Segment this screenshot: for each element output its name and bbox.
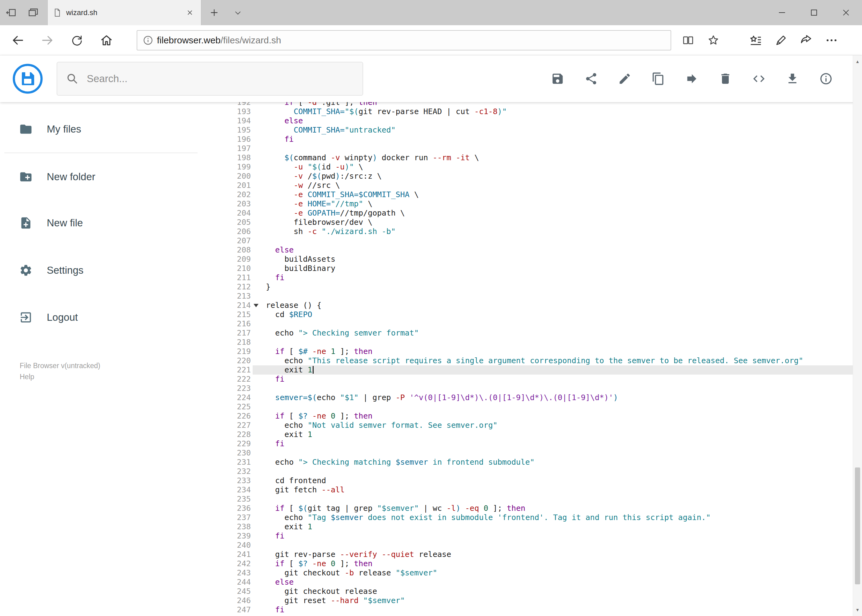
rename-button[interactable] <box>618 72 632 86</box>
code-line-224[interactable]: 224 semver=$(echo "$1" | grep -P '^v(0|[… <box>225 393 853 402</box>
code-line-208[interactable]: 208 else <box>225 245 853 255</box>
code-line-229[interactable]: 229 fi <box>225 439 853 448</box>
code-line-232[interactable]: 232 <box>225 467 853 476</box>
code-line-206[interactable]: 206 sh -c "./wizard.sh -b" <box>225 227 853 236</box>
code-line-230[interactable]: 230 <box>225 448 853 457</box>
tab-close-button[interactable] <box>184 6 196 19</box>
code-line-218[interactable]: 218 <box>225 338 853 347</box>
tabs-you-set-aside-button[interactable] <box>22 0 44 25</box>
code-line-text: -e COMMIT_SHA=$COMMIT_SHA \ <box>253 190 853 199</box>
new-tab-button[interactable] <box>201 0 227 25</box>
sidebar-item-settings[interactable]: Settings <box>0 255 225 286</box>
code-line-237[interactable]: 237 echo "Tag $semver does not exist in … <box>225 513 853 522</box>
code-line-214[interactable]: 214release () { <box>225 301 853 310</box>
code-line-242[interactable]: 242 if [ $? -ne 0 ]; then <box>225 559 853 568</box>
code-line-244[interactable]: 244 else <box>225 578 853 587</box>
back-button[interactable] <box>3 25 33 55</box>
code-line-196[interactable]: 196 fi <box>225 135 853 144</box>
code-line-195[interactable]: 195 COMMIT_SHA="untracked" <box>225 126 853 135</box>
scrollbar-thumb[interactable] <box>855 467 860 584</box>
sidebar-item-new-file[interactable]: New file <box>0 207 225 238</box>
more-options-button[interactable] <box>819 25 844 55</box>
code-line-210[interactable]: 210 buildBinary <box>225 264 853 273</box>
code-line-216[interactable]: 216 <box>225 319 853 328</box>
code-line-220[interactable]: 220 echo "This release script requires a… <box>225 356 853 365</box>
code-line-234[interactable]: 234 git fetch --all <box>225 485 853 495</box>
code-line-226[interactable]: 226 if [ $? -ne 0 ]; then <box>225 412 853 421</box>
save-button[interactable] <box>550 72 565 86</box>
sidebar-item-my-files[interactable]: My files <box>0 114 225 145</box>
tab-preview-chevron-button[interactable] <box>227 0 249 25</box>
hub-button[interactable] <box>743 25 769 55</box>
site-info-button[interactable] <box>139 31 157 50</box>
code-line-235[interactable]: 235 <box>225 495 853 504</box>
code-line-225[interactable]: 225 <box>225 402 853 412</box>
code-line-212[interactable]: 212} <box>225 282 853 292</box>
code-line-231[interactable]: 231 echo "> Checking matching $semver in… <box>225 457 853 467</box>
code-line-240[interactable]: 240 <box>225 541 853 550</box>
code-line-246[interactable]: 246 git reset --hard "$semver" <box>225 596 853 605</box>
move-button[interactable] <box>685 72 699 86</box>
reading-view-button[interactable] <box>676 25 701 55</box>
delete-button[interactable] <box>718 72 733 86</box>
code-line-219[interactable]: 219 if [ $# -ne 1 ]; then <box>225 347 853 356</box>
copy-button[interactable] <box>651 72 665 86</box>
code-line-213[interactable]: 213 <box>225 292 853 301</box>
code-line-209[interactable]: 209 buildAssets <box>225 255 853 264</box>
code-line-203[interactable]: 203 -e HOME="//tmp" \ <box>225 199 853 209</box>
share-button[interactable] <box>584 72 598 86</box>
fold-arrow-icon[interactable] <box>254 304 258 307</box>
code-line-194[interactable]: 194 else <box>225 116 853 126</box>
sidebar-item-logout[interactable]: Logout <box>0 302 225 333</box>
code-line-200[interactable]: 200 -v /$(pwd):/src:z \ <box>225 171 853 181</box>
code-line-205[interactable]: 205 filebrowser/dev \ <box>225 218 853 227</box>
code-line-192[interactable]: 192 if [ -d .git ]; then <box>225 102 853 107</box>
code-line-238[interactable]: 238 exit 1 <box>225 522 853 531</box>
code-line-211[interactable]: 211 fi <box>225 273 853 282</box>
scroll-down-arrow-icon[interactable]: ▼ <box>853 604 862 616</box>
code-line-241[interactable]: 241 git rev-parse --verify --quiet relea… <box>225 550 853 559</box>
info-button[interactable] <box>819 72 833 86</box>
share-button[interactable] <box>794 25 819 55</box>
code-line-239[interactable]: 239 fi <box>225 531 853 541</box>
set-tabs-aside-button[interactable] <box>0 0 22 25</box>
search-input[interactable] <box>86 72 362 85</box>
forward-button[interactable] <box>33 25 62 55</box>
address-bar[interactable]: filebrowser.web/files/wizard.sh <box>137 30 671 50</box>
code-line-199[interactable]: 199 -u "$(id -u)" \ <box>225 162 853 171</box>
code-line-215[interactable]: 215 cd $REPO <box>225 310 853 319</box>
code-line-227[interactable]: 227 echo "Not valid semver format. See s… <box>225 421 853 430</box>
download-button[interactable] <box>785 72 799 86</box>
code-line-204[interactable]: 204 -e GOPATH=//tmp/gopath \ <box>225 209 853 218</box>
code-line-236[interactable]: 236 if [ $(git tag | grep "$semver" | wc… <box>225 504 853 513</box>
home-button[interactable] <box>92 25 121 55</box>
code-line-245[interactable]: 245 git checkout release <box>225 587 853 596</box>
page-scrollbar[interactable]: ▲ ▼ <box>853 55 862 616</box>
browser-tab[interactable]: wizard.sh <box>47 0 201 25</box>
sidebar-item-new-folder[interactable]: New folder <box>0 162 225 192</box>
refresh-button[interactable] <box>62 25 92 55</box>
code-line-207[interactable]: 207 <box>225 236 853 245</box>
code-line-233[interactable]: 233 cd frontend <box>225 476 853 485</box>
code-line-198[interactable]: 198 $(command -v winpty) docker run --rm… <box>225 153 853 162</box>
minimize-button[interactable] <box>766 0 798 25</box>
code-line-202[interactable]: 202 -e COMMIT_SHA=$COMMIT_SHA \ <box>225 190 853 199</box>
code-line-201[interactable]: 201 -w //src \ <box>225 181 853 190</box>
scroll-up-arrow-icon[interactable]: ▲ <box>853 55 862 68</box>
code-line-223[interactable]: 223 <box>225 384 853 393</box>
code-view-button[interactable] <box>752 72 766 86</box>
code-line-228[interactable]: 228 exit 1 <box>225 430 853 439</box>
code-line-221[interactable]: 221 exit 1 <box>225 365 853 375</box>
maximize-button[interactable] <box>798 0 830 25</box>
code-line-217[interactable]: 217 echo "> Checking semver format" <box>225 328 853 338</box>
help-link[interactable]: Help <box>20 373 34 381</box>
code-line-222[interactable]: 222 fi <box>225 375 853 384</box>
code-editor[interactable]: 192 if [ -d .git ]; then193 COMMIT_SHA="… <box>225 102 853 616</box>
code-line-247[interactable]: 247 fi <box>225 605 853 614</box>
code-line-197[interactable]: 197 <box>225 144 853 153</box>
code-line-193[interactable]: 193 COMMIT_SHA="$(git rev-parse HEAD | c… <box>225 107 853 116</box>
add-favorite-button[interactable] <box>701 25 726 55</box>
close-button[interactable] <box>830 0 862 25</box>
web-note-button[interactable] <box>769 25 794 55</box>
code-line-243[interactable]: 243 git checkout -b release "$semver" <box>225 568 853 578</box>
